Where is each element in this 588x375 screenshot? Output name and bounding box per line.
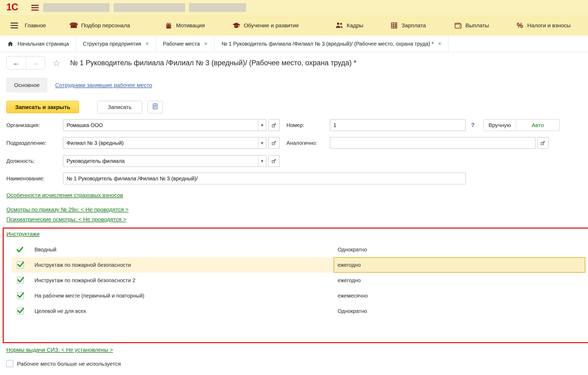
percent-icon: % [516, 21, 524, 30]
history-nav-group: ← → [6, 56, 45, 69]
menu-label: Налоги и взносы [527, 22, 570, 29]
close-tab-icon[interactable]: × [145, 41, 149, 46]
instruction-row[interactable]: Вводный Однократно [12, 242, 585, 257]
period-cell[interactable]: Однократно [338, 308, 367, 314]
redacted-text [114, 3, 185, 12]
tab-label: Структура предприятия [83, 41, 141, 47]
1c-logo: 1С [6, 2, 18, 13]
active-period-cell[interactable] [334, 257, 585, 273]
tab-osnovnoe[interactable]: Основное [6, 78, 47, 92]
dropdown-arrow-icon[interactable]: ▾ [258, 137, 266, 149]
tab-label: № 1 Руководитель филиала /Филиал № 3 (вр… [221, 41, 434, 47]
organization-value: Ромашка ООО [63, 120, 258, 131]
tab-home[interactable]: Начальная страница [0, 36, 76, 52]
main-hamburger-icon[interactable] [31, 0, 39, 15]
insurance-link[interactable]: Особенности исчисления страховых взносов [6, 191, 123, 199]
similar-open-button[interactable] [537, 137, 548, 149]
instruction-label: Инструктаж по пожарной безопасности 2 [34, 277, 135, 284]
instruction-row-selected[interactable]: Инструктаж по пожарной безопасности [12, 257, 334, 273]
organization-field[interactable]: Ромашка ООО ▾ [63, 119, 266, 131]
menu-item-nalogi[interactable]: % Налоги и взносы [516, 15, 570, 36]
graduation-cap-icon [232, 21, 241, 30]
tab-current-workplace[interactable]: № 1 Руководитель филиала /Филиал № 3 (вр… [215, 36, 448, 52]
similar-label: Аналогично: [286, 137, 317, 149]
menu-item-podbor-personala[interactable]: ☎ Подбор персонала [69, 15, 130, 36]
period-cell[interactable]: Однократно [338, 247, 367, 253]
department-field[interactable]: Филиал № 3 (вредный) ▾ [63, 137, 266, 149]
menu-label: Главное [25, 22, 46, 29]
menu-label: Обучение и развитие [244, 22, 299, 29]
menu-item-obuchenie[interactable]: Обучение и развитие [232, 15, 299, 36]
instruction-row[interactable]: Инструктаж по пожарной безопасности 2 еж… [12, 273, 585, 288]
instruction-checkbox[interactable] [17, 308, 24, 315]
menu-item-glavnoe[interactable]: Главное [25, 15, 46, 36]
wallet-icon [454, 21, 462, 30]
name-label: Наименование: [6, 173, 45, 184]
open-form-icon [271, 158, 277, 164]
back-button[interactable]: ← [7, 56, 26, 69]
menu-label: Зарплата [402, 22, 426, 29]
auto-mode-button[interactable]: Авто [516, 120, 559, 131]
checkmark-icon[interactable] [16, 245, 24, 254]
tab-label: Рабочие места [163, 41, 200, 47]
close-tab-icon[interactable]: × [438, 41, 441, 46]
psych-exams-link[interactable]: Психиатрические осмотры: < Не проводятся… [6, 216, 126, 223]
period-cell[interactable]: ежемесячно [338, 293, 368, 299]
menu-label: Подбор персонала [81, 22, 130, 29]
open-form-icon [271, 123, 277, 128]
menu-item-vyplaty[interactable]: Выплаты [454, 15, 489, 36]
tab-label: Начальная страница [18, 41, 69, 47]
organization-open-button[interactable] [268, 119, 280, 131]
open-form-icon [540, 140, 546, 146]
menu-item-motivaciya[interactable]: Мотивация [164, 15, 205, 36]
siz-norms-link[interactable]: Нормы выдачи СИЗ: < Не установлены > [6, 346, 113, 354]
position-label: Должность: [6, 155, 35, 167]
instruction-row[interactable]: Целевой не для всех Однократно [12, 303, 585, 319]
redacted-text [43, 3, 110, 12]
save-button[interactable]: Записать [97, 101, 142, 113]
menu-item-zarplata[interactable]: Зарплата [390, 15, 426, 36]
app-window: 1С Главное ☎ Подбор персонала Мотивация … [0, 0, 588, 375]
similar-input[interactable] [330, 137, 535, 149]
forward-button[interactable]: → [26, 56, 45, 69]
open-windows-tabbar: Начальная страница Структура предприятия… [0, 36, 588, 52]
instruction-checkbox[interactable] [17, 277, 24, 284]
redacted-text [189, 3, 246, 12]
instruction-row[interactable]: На рабочем месте (первичный и повторный)… [12, 288, 585, 303]
instruction-label: На рабочем месте (первичный и повторный) [34, 293, 144, 299]
phone-icon: ☎ [69, 21, 78, 30]
department-value: Филиал № 3 (вредный) [63, 137, 258, 149]
number-mode-group: Вручную Авто [483, 119, 560, 131]
organization-label: Организация: [6, 119, 40, 131]
position-value: Руководитель филиала [63, 155, 258, 167]
manual-mode-button[interactable]: Вручную [484, 120, 516, 131]
dropdown-arrow-icon[interactable]: ▾ [258, 120, 266, 131]
department-open-button[interactable] [268, 137, 280, 149]
name-input[interactable] [63, 173, 466, 184]
employees-link[interactable]: Сотрудники занявшие рабочее место [55, 78, 152, 92]
instruction-checkbox[interactable] [17, 261, 24, 268]
instructions-link[interactable]: Инструктажи [6, 230, 40, 238]
tab-structure[interactable]: Структура предприятия × [76, 36, 156, 52]
period-cell[interactable]: ежегодно [338, 277, 361, 284]
position-open-button[interactable] [268, 155, 280, 167]
position-field[interactable]: Руководитель филиала ▾ [63, 155, 266, 167]
open-form-icon [271, 140, 277, 146]
number-input[interactable] [330, 119, 466, 131]
service-hamburger-icon[interactable] [11, 15, 18, 36]
exams29-link[interactable]: Осмотры по приказу № 29н: < Не проводятс… [6, 206, 129, 213]
menu-item-kadry[interactable]: Кадры [335, 15, 363, 36]
section-menu-bar: Главное ☎ Подбор персонала Мотивация Обу… [0, 15, 588, 36]
close-tab-icon[interactable]: × [204, 41, 207, 46]
help-icon[interactable]: ? [471, 119, 474, 131]
workplace-unused-checkbox[interactable] [6, 360, 13, 367]
favorite-star-icon[interactable]: ☆ [53, 56, 60, 69]
instruction-label: Вводный [34, 247, 56, 253]
more-actions-button[interactable] [147, 101, 163, 113]
save-and-close-button[interactable]: Записать и закрыть [6, 101, 79, 113]
menu-label: Кадры [347, 22, 363, 29]
instruction-checkbox[interactable] [17, 292, 24, 299]
tab-workplaces[interactable]: Рабочие места × [156, 36, 215, 52]
dropdown-arrow-icon[interactable]: ▾ [258, 155, 266, 167]
period-value[interactable]: ежегодно [338, 257, 361, 273]
